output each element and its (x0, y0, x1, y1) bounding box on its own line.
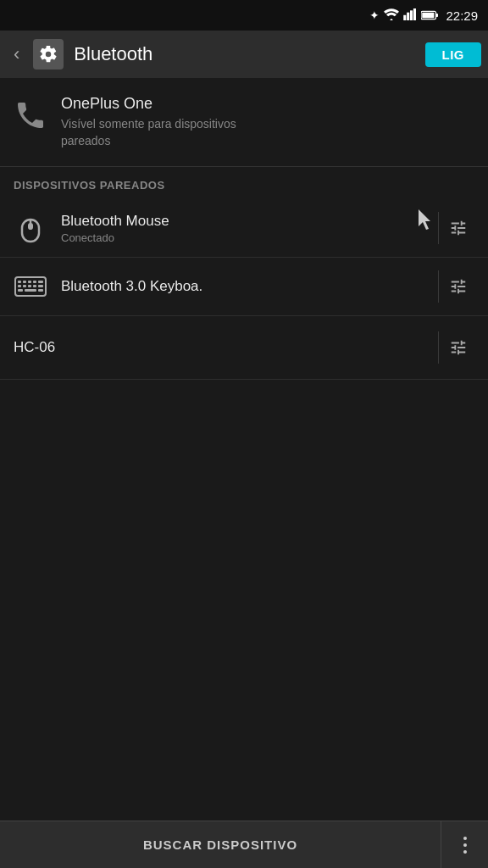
mouse-icon (14, 211, 47, 245)
svg-rect-2 (410, 10, 413, 20)
mouse-device-status: Conectado (61, 231, 424, 244)
svg-rect-5 (436, 14, 439, 17)
keyboard-icon (14, 270, 47, 303)
phone-icon (14, 98, 47, 136)
svg-rect-0 (404, 14, 407, 19)
toggle-bluetooth-button[interactable]: LIG (425, 42, 482, 67)
svg-rect-3 (413, 8, 416, 20)
mouse-device-text: Bluetooth Mouse Conectado (61, 213, 424, 244)
bottom-bar: BUSCAR DISPOSITIVO (0, 821, 488, 868)
hc06-settings-button[interactable] (438, 331, 478, 364)
svg-rect-16 (38, 281, 43, 283)
svg-rect-15 (33, 281, 36, 283)
page-title: Bluetooth (70, 43, 418, 65)
wifi-status-icon (384, 8, 399, 23)
svg-rect-9 (28, 223, 33, 230)
device-item-keyboard[interactable]: Bluetooth 3.0 Keyboa. (0, 258, 488, 316)
mouse-device-name: Bluetooth Mouse (61, 213, 424, 230)
content-area: OnePlus One Visível somente para disposi… (0, 78, 488, 821)
device-name-label: OnePlus One (61, 95, 236, 113)
mouse-settings-button[interactable] (438, 212, 478, 244)
more-options-button[interactable] (441, 821, 488, 868)
section-header-text: DISPOSITIVOS PAREADOS (14, 179, 165, 192)
device-visibility-label: Visível somente para dispositivospareado… (61, 116, 236, 149)
settings-icon (33, 39, 64, 70)
sliders-icon (449, 219, 468, 237)
gear-icon (39, 45, 58, 64)
svg-rect-21 (38, 285, 43, 287)
three-dots-icon (463, 837, 467, 854)
sliders-icon-2 (449, 277, 468, 296)
svg-rect-12 (18, 281, 21, 283)
bluetooth-status-icon: ✦ (369, 8, 380, 22)
battery-status-icon (421, 10, 438, 20)
svg-rect-18 (23, 285, 26, 287)
toolbar: ‹ Bluetooth LIG (0, 31, 488, 78)
signal-status-icon (403, 8, 417, 23)
svg-rect-17 (18, 285, 21, 287)
keyboard-device-text: Bluetooth 3.0 Keyboa. (61, 278, 424, 295)
status-icons: ✦ 22:29 (369, 8, 478, 23)
device-info-text: OnePlus One Visível somente para disposi… (61, 95, 236, 149)
paired-devices-header: DISPOSITIVOS PAREADOS (0, 166, 488, 199)
back-button[interactable]: ‹ (7, 40, 26, 69)
svg-rect-1 (408, 12, 410, 19)
paired-devices-section: DISPOSITIVOS PAREADOS Bluetooth Mouse Co… (0, 166, 488, 380)
status-bar: ✦ 22:29 (0, 0, 488, 31)
svg-rect-24 (38, 289, 43, 292)
svg-rect-23 (25, 289, 36, 292)
device-item-hc06[interactable]: HC-06 (0, 316, 488, 380)
status-time: 22:29 (446, 8, 478, 23)
svg-rect-13 (23, 281, 26, 283)
keyboard-settings-button[interactable] (438, 270, 478, 303)
device-info-section[interactable]: OnePlus One Visível somente para disposi… (0, 78, 488, 166)
search-device-button[interactable]: BUSCAR DISPOSITIVO (0, 821, 441, 868)
sliders-icon-3 (449, 338, 468, 357)
hc06-device-name: HC-06 (14, 339, 424, 356)
svg-rect-19 (28, 285, 31, 287)
keyboard-device-name: Bluetooth 3.0 Keyboa. (61, 278, 424, 295)
svg-rect-6 (423, 13, 435, 19)
svg-rect-20 (33, 285, 36, 287)
svg-rect-14 (28, 281, 31, 283)
svg-rect-22 (18, 289, 23, 292)
device-item-mouse[interactable]: Bluetooth Mouse Conectado (0, 199, 488, 258)
